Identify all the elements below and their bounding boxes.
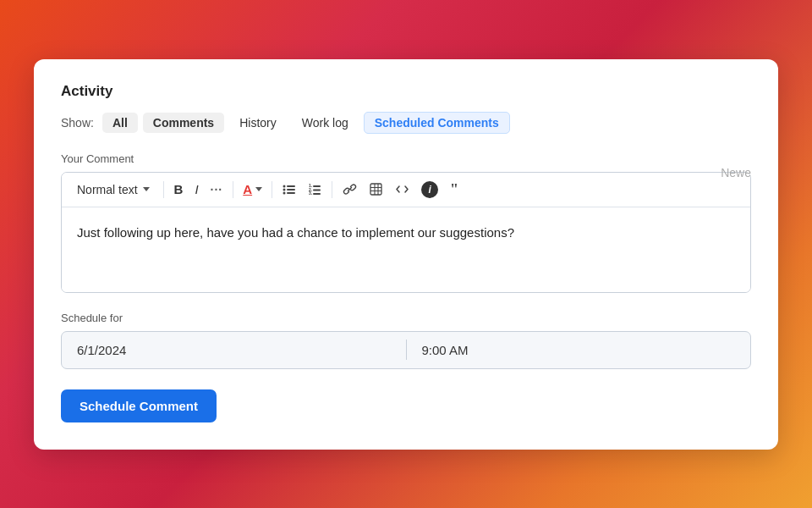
show-label: Show: [61,116,94,130]
svg-rect-13 [370,184,381,195]
info-icon: i [421,181,438,198]
tab-comments[interactable]: Comments [143,113,224,133]
toolbar-separator-3 [272,181,272,198]
bullet-list-icon [283,183,296,196]
tab-scheduled-comments[interactable]: Scheduled Comments [364,112,510,134]
editor-toolbar: Normal text B I ··· A [62,173,750,207]
code-icon [395,182,409,196]
svg-rect-5 [287,192,295,194]
quote-button[interactable]: " [445,179,464,201]
svg-point-2 [283,188,286,190]
text-color-button[interactable]: A [239,179,266,200]
bold-button[interactable]: B [169,179,189,199]
schedule-section: Schedule for Schedule Comment [61,312,751,422]
schedule-date-row [61,331,751,369]
svg-point-4 [283,191,286,194]
svg-rect-3 [287,189,295,190]
svg-point-0 [283,185,286,187]
newer-label: Newe [721,166,751,179]
svg-rect-11 [313,193,321,195]
text-color-a: A [243,182,252,196]
chevron-down-color-icon [255,187,262,191]
quote-icon: " [450,182,458,197]
ordered-list-icon: 1. 2. 3. [308,183,321,196]
tab-history[interactable]: History [229,113,287,133]
link-icon [343,182,357,196]
your-comment-label: Your Comment [61,152,751,165]
toolbar-separator-4 [332,181,332,198]
info-button[interactable]: i [416,178,443,202]
tab-worklog[interactable]: Work log [292,113,359,133]
svg-rect-9 [313,189,321,190]
comment-editor: Normal text B I ··· A [61,172,751,293]
chevron-down-icon [143,187,150,191]
table-button[interactable] [364,179,388,200]
activity-title: Activity [61,83,751,100]
svg-rect-7 [313,185,321,187]
schedule-comment-button[interactable]: Schedule Comment [61,389,217,422]
format-dropdown[interactable]: Normal text [72,180,155,199]
table-icon [369,182,383,196]
editor-content[interactable]: Just following up here, have you had a c… [62,207,750,292]
schedule-for-label: Schedule for [61,312,751,324]
toolbar-separator-1 [163,181,164,198]
tab-all[interactable]: All [102,113,138,133]
code-button[interactable] [390,179,414,200]
format-label: Normal text [77,183,138,196]
schedule-date-input[interactable] [62,332,406,368]
bullet-list-button[interactable] [277,179,301,200]
show-bar: Show: All Comments History Work log Sche… [61,112,751,134]
link-button[interactable] [337,179,362,200]
ordered-list-button[interactable]: 1. 2. 3. [303,179,326,200]
more-button[interactable]: ··· [206,180,228,199]
activity-card: Activity Show: All Comments History Work… [34,59,778,450]
italic-button[interactable]: I [189,179,203,199]
toolbar-separator-2 [233,181,233,198]
svg-text:3.: 3. [309,190,313,196]
svg-rect-1 [287,185,295,187]
schedule-time-input[interactable] [407,332,751,368]
